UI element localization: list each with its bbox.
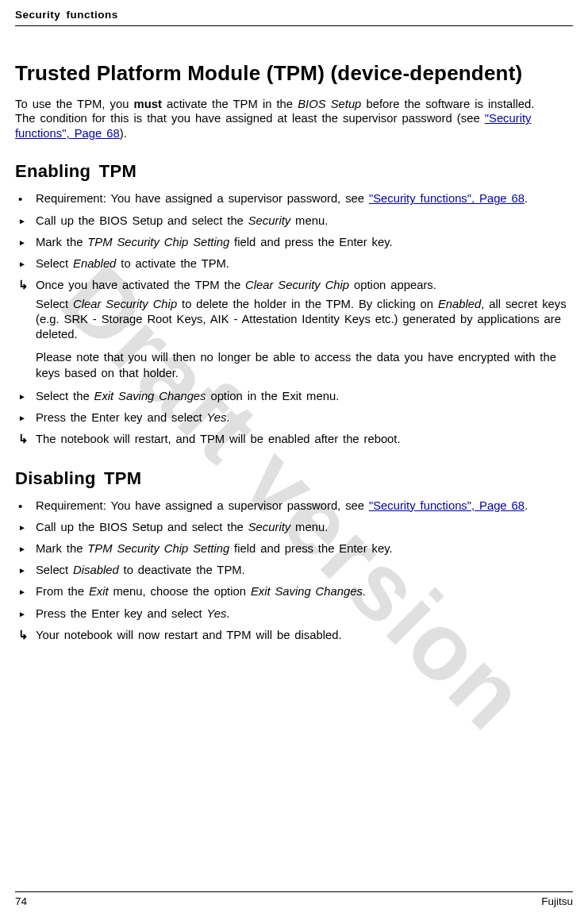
link-security-functions[interactable]: "Security functions", Page 68 <box>369 192 525 205</box>
text: field and press the Enter key. <box>229 236 392 248</box>
list-item: Your notebook will now restart and TPM w… <box>18 628 573 643</box>
text: menu, choose the option <box>109 585 251 598</box>
text-italic: Disabled <box>73 564 119 576</box>
text-italic: Enabled <box>438 298 481 310</box>
list-item: Press the Enter key and select Yes. <box>18 410 573 425</box>
list-item: Call up the BIOS Setup and select the Se… <box>18 520 573 535</box>
text: ). <box>120 127 127 140</box>
text: Mark the <box>36 236 87 248</box>
page-title: Trusted Platform Module (TPM) (device-de… <box>15 61 573 86</box>
enabling-steps: Requirement: You have assigned a supervi… <box>15 191 573 447</box>
text: Mark the <box>36 542 87 555</box>
text: . <box>525 499 528 512</box>
list-item: Requirement: You have assigned a supervi… <box>18 498 573 514</box>
text-italic: Clear Security Chip <box>73 298 177 310</box>
heading-disabling-tpm: Disabling TPM <box>15 468 573 489</box>
list-item: Mark the TPM Security Chip Setting field… <box>18 541 573 556</box>
text: option in the Exit menu. <box>206 390 340 402</box>
text: Call up the BIOS Setup and select the <box>36 521 248 533</box>
text: . <box>363 585 366 598</box>
page-number: 74 <box>15 895 27 907</box>
disabling-steps: Requirement: You have assigned a supervi… <box>15 498 573 644</box>
list-item: Select the Exit Saving Changes option in… <box>18 389 573 404</box>
list-item: Select Enabled to activate the TPM. <box>18 256 573 271</box>
page-footer: 74 Fujitsu <box>15 891 573 907</box>
text: Press the Enter key and select <box>36 607 207 620</box>
text: . <box>226 607 229 620</box>
text-italic: TPM Security Chip Setting <box>87 236 229 248</box>
text: Select <box>36 257 73 270</box>
text-bold: must <box>134 98 162 110</box>
text-italic: Yes <box>207 607 227 620</box>
text: From the <box>36 585 89 598</box>
text: To use the TPM, you <box>15 98 134 110</box>
text: field and press the Enter key. <box>229 542 392 555</box>
text: Once you have activated the TPM the <box>36 279 245 291</box>
text-italic: Exit <box>89 585 109 598</box>
text-block: Select Clear Security Chip to delete the… <box>36 297 573 343</box>
brand-name: Fujitsu <box>541 895 573 907</box>
intro-paragraph: To use the TPM, you must activate the TP… <box>15 97 539 141</box>
list-item: Requirement: You have assigned a supervi… <box>18 191 573 206</box>
text: menu. <box>290 521 328 533</box>
text: Select <box>36 564 73 576</box>
text: . <box>226 411 229 424</box>
text: . <box>525 192 528 205</box>
text-italic: Clear Security Chip <box>245 279 349 291</box>
text: activate the TPM in the <box>162 98 298 110</box>
list-item: Call up the BIOS Setup and select the Se… <box>18 214 573 229</box>
running-header: Security functions <box>15 9 573 26</box>
text: Call up the BIOS Setup and select the <box>36 214 248 227</box>
text: option appears. <box>349 279 436 291</box>
text: Requirement: You have assigned a supervi… <box>36 192 369 205</box>
text: Select <box>36 298 73 310</box>
heading-enabling-tpm: Enabling TPM <box>15 161 573 182</box>
text-italic: BIOS Setup <box>298 98 361 110</box>
list-item: Press the Enter key and select Yes. <box>18 606 573 622</box>
text: menu. <box>290 214 328 227</box>
text: to activate the TPM. <box>116 257 229 270</box>
text-italic: TPM Security Chip Setting <box>87 542 229 555</box>
link-security-functions[interactable]: "Security functions", Page 68 <box>369 499 525 512</box>
text: to delete the holder in the TPM. By clic… <box>177 298 438 310</box>
text-italic: Exit Saving Changes <box>251 585 363 598</box>
list-item: Select Disabled to deactivate the TPM. <box>18 563 573 578</box>
text-italic: Security <box>248 214 290 227</box>
text-italic: Enabled <box>73 257 116 270</box>
text: Press the Enter key and select <box>36 411 207 424</box>
text-italic: Yes <box>207 411 227 424</box>
text-block: Please note that you will then no longer… <box>36 350 573 380</box>
list-item: Mark the TPM Security Chip Setting field… <box>18 235 573 250</box>
text-italic: Exit Saving Changes <box>94 390 206 402</box>
text: Select the <box>36 390 94 402</box>
list-item: From the Exit menu, choose the option Ex… <box>18 584 573 599</box>
text: Requirement: You have assigned a supervi… <box>36 499 369 512</box>
text-italic: Security <box>248 521 290 533</box>
text: to deactivate the TPM. <box>119 564 245 576</box>
list-item: Once you have activated the TPM the Clea… <box>18 278 573 380</box>
list-item: The notebook will restart, and TPM will … <box>18 432 573 447</box>
